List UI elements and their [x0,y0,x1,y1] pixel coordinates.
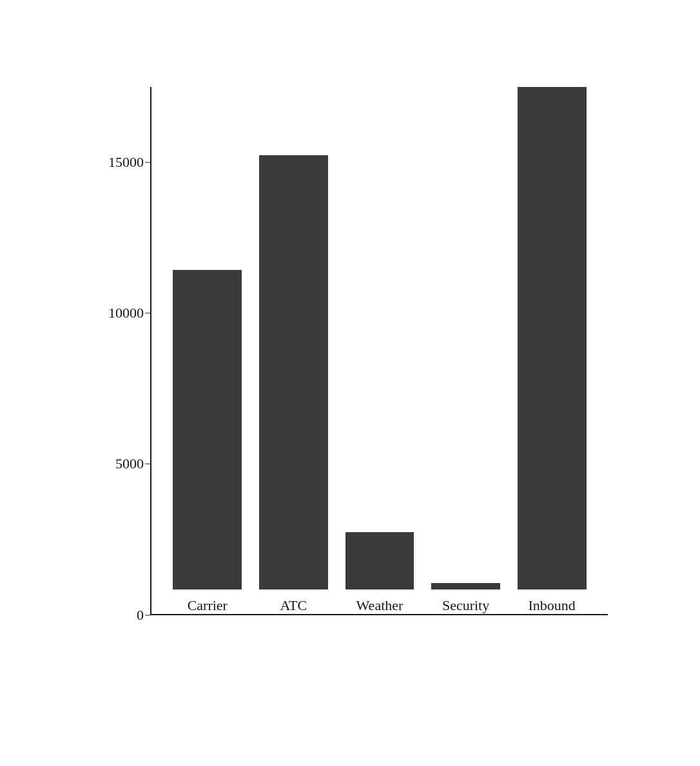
bar-label-inbound: Inbound [529,597,576,614]
bar-group: Security [423,87,509,614]
bars-area: CarrierATCWeatherSecurityInbound [151,87,608,614]
bar-group: Inbound [509,87,595,614]
bar-security [431,583,500,589]
plot-area: CarrierATCWeatherSecurityInbound 0500010… [150,87,608,615]
chart-container: CarrierATCWeatherSecurityInbound 0500010… [41,35,659,731]
bar-label-security: Security [442,597,489,614]
bar-weather [345,532,414,589]
bar-label-weather: Weather [356,597,403,614]
chart-wrapper: CarrierATCWeatherSecurityInbound 0500010… [73,68,627,699]
y-tick-line [145,615,150,615]
bar-label-atc: ATC [280,597,307,614]
bar-carrier [173,270,242,589]
y-tick-line [145,162,150,162]
y-tick-line [145,464,150,464]
bar-group: Carrier [164,87,251,614]
bar-inbound [518,87,587,589]
bar-group: Weather [336,87,423,614]
bar-label-carrier: Carrier [188,597,228,614]
bar-atc [259,155,328,589]
y-tick-label: 15000 [108,154,150,171]
y-tick-line [145,312,150,313]
y-tick-label: 10000 [108,305,150,321]
x-axis-line [150,614,608,615]
bar-group: ATC [251,87,337,614]
